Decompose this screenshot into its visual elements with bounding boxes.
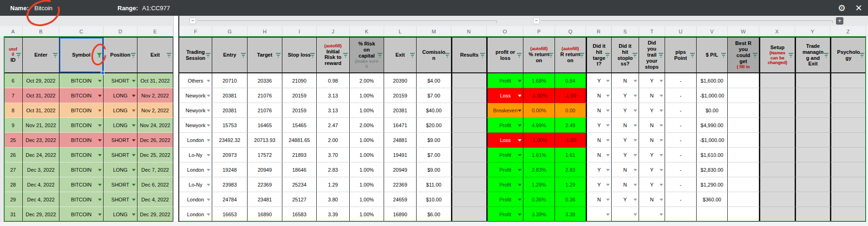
cell-session[interactable]: Newyork	[179, 88, 212, 103]
cell-risk_pct[interactable]: 1.00%	[350, 88, 384, 103]
header-cell-U[interactable]: pips Point	[665, 37, 697, 73]
dropdown-caret-icon[interactable]	[518, 110, 522, 112]
cell-risk_reward[interactable]: 3.70	[317, 148, 350, 162]
dropdown-caret-icon[interactable]	[518, 184, 522, 186]
cell-risk_pct[interactable]: 2.00%	[350, 118, 384, 133]
cell-entry[interactable]: 15753	[212, 118, 248, 133]
cell-return_pct[interactable]: 4.99%	[523, 118, 555, 133]
column-letter-G[interactable]: G	[212, 26, 248, 37]
cell-position[interactable]: LONG	[104, 162, 137, 177]
cell-empty-X[interactable]	[759, 118, 795, 133]
dropdown-caret-icon[interactable]	[659, 213, 663, 216]
cell-empty-W[interactable]	[728, 192, 759, 207]
dropdown-caret-icon[interactable]	[132, 213, 136, 216]
cell-exit[interactable]: 20949	[384, 162, 417, 177]
column-letter-H[interactable]: H	[248, 26, 282, 37]
cell-outcome[interactable]: Profit	[487, 118, 523, 133]
cell-session[interactable]: London	[179, 207, 212, 222]
column-letter-W[interactable]: W	[728, 26, 759, 37]
cell-target[interactable]: 20949	[248, 162, 282, 177]
dropdown-caret-icon[interactable]	[659, 124, 663, 127]
collapse-group-button-1[interactable]: −	[189, 18, 196, 24]
cell-trail[interactable]: N	[639, 192, 665, 207]
cell-empty-Y[interactable]	[795, 177, 830, 192]
cell-empty-Z[interactable]	[830, 177, 866, 192]
dropdown-caret-icon[interactable]	[606, 95, 610, 97]
cell-risk_reward[interactable]: 3.39	[317, 207, 350, 222]
filter-icon[interactable]	[241, 52, 246, 58]
dropdown-caret-icon[interactable]	[633, 184, 637, 186]
cell-exit_date[interactable]: Dec 25, 2022	[137, 148, 173, 162]
header-cell-R[interactable]: Did it hit target?	[586, 37, 612, 73]
dropdown-caret-icon[interactable]	[207, 184, 210, 186]
cell-empty-X[interactable]	[759, 192, 795, 207]
column-letter-I[interactable]: I	[282, 26, 317, 37]
cell-empty-Z[interactable]	[830, 88, 866, 103]
cell-hit_stop[interactable]: Y	[612, 88, 639, 103]
cell-result[interactable]	[451, 133, 487, 148]
cell-hit_stop[interactable]: Y	[612, 192, 639, 207]
header-cell-I[interactable]: Stop loss	[282, 37, 317, 73]
filter-icon[interactable]	[377, 52, 383, 58]
header-cell-X[interactable]: Setup(Names can be changed)	[759, 37, 795, 73]
name-value[interactable]: Bitcoin	[34, 5, 52, 12]
header-cell-F[interactable]: Trading Session	[179, 37, 212, 73]
dropdown-caret-icon[interactable]	[207, 110, 210, 112]
cell-r_return[interactable]: -1.00	[555, 133, 586, 148]
cell-stop_loss[interactable]: 21090	[282, 73, 317, 88]
cell-empty-Y[interactable]	[795, 103, 830, 118]
cell-symbol[interactable]: BITCOIN	[59, 148, 104, 162]
cell-pips[interactable]: -	[665, 73, 697, 88]
cell-result[interactable]	[451, 103, 487, 118]
cell-return_pct[interactable]: 2.83%	[523, 162, 555, 177]
cell-dollar_pl[interactable]: $360.00	[697, 192, 728, 207]
header-cell-T[interactable]: Did you trail your stops	[639, 37, 665, 73]
cell-position[interactable]: LONG	[104, 103, 137, 118]
cell-outcome[interactable]: Profit	[487, 73, 523, 88]
filter-icon[interactable]	[859, 52, 865, 58]
cell-empty-Y[interactable]	[795, 148, 830, 162]
cell-trail[interactable]: N	[639, 118, 665, 133]
cell-return_pct[interactable]: -1.00%	[523, 88, 555, 103]
column-letter-Y[interactable]: Y	[795, 26, 830, 37]
dropdown-caret-icon[interactable]	[207, 124, 210, 127]
cell-dollar_pl[interactable]: $4,990.00	[697, 118, 728, 133]
cell-exit[interactable]: 19491	[384, 148, 417, 162]
cell-enter[interactable]: Dec 24, 2022	[23, 148, 59, 162]
cell-commission[interactable]: $7.00	[417, 88, 451, 103]
cell-empty-X[interactable]	[759, 148, 795, 162]
column-letter-K[interactable]: K	[350, 26, 384, 37]
dropdown-caret-icon[interactable]	[606, 199, 610, 201]
cell-exit[interactable]: 20390	[384, 73, 417, 88]
cell-empty-W[interactable]	[728, 207, 759, 222]
cell-r_return[interactable]: 1.29	[555, 177, 586, 192]
cell-entry[interactable]: 20381	[212, 103, 248, 118]
cell-hit_stop[interactable]: Y	[612, 103, 639, 118]
cell-stop_loss[interactable]: 18646	[282, 162, 317, 177]
cell-empty-Y[interactable]	[795, 88, 830, 103]
dropdown-caret-icon[interactable]	[606, 110, 610, 112]
cell-empty-Y[interactable]	[795, 73, 830, 88]
cell-hit_target[interactable]	[586, 207, 612, 222]
header-cell-O[interactable]: profit or loss	[487, 37, 523, 73]
filter-icon[interactable]	[788, 52, 794, 58]
cell-outcome[interactable]: Profit	[487, 148, 523, 162]
cell-pips[interactable]: -	[665, 118, 697, 133]
column-letter-B[interactable]: B	[23, 26, 59, 37]
dropdown-caret-icon[interactable]	[518, 169, 522, 171]
cell-empty-W[interactable]	[728, 148, 759, 162]
cell-exit_date[interactable]: Dec 29, 2022	[137, 207, 173, 222]
cell-r_return[interactable]: -1.00	[555, 88, 586, 103]
column-letter-X[interactable]: X	[759, 26, 795, 37]
cell-r_return[interactable]: 2.83	[555, 162, 586, 177]
cell-target[interactable]: 21076	[248, 103, 282, 118]
cell-stop_loss[interactable]: 20159	[282, 88, 317, 103]
filter-icon[interactable]	[605, 52, 610, 58]
cell-symbol[interactable]: BITCOIN	[59, 133, 104, 148]
cell-exit_date[interactable]: Dec 26, 2022	[137, 133, 173, 148]
cell-position[interactable]: LONG	[104, 88, 137, 103]
cell-risk_pct[interactable]: 1.00%	[350, 177, 384, 192]
cell-symbol[interactable]: BITCOIN	[59, 103, 104, 118]
cell-target[interactable]: 22369	[248, 177, 282, 192]
cell-empty-X[interactable]	[759, 73, 795, 88]
